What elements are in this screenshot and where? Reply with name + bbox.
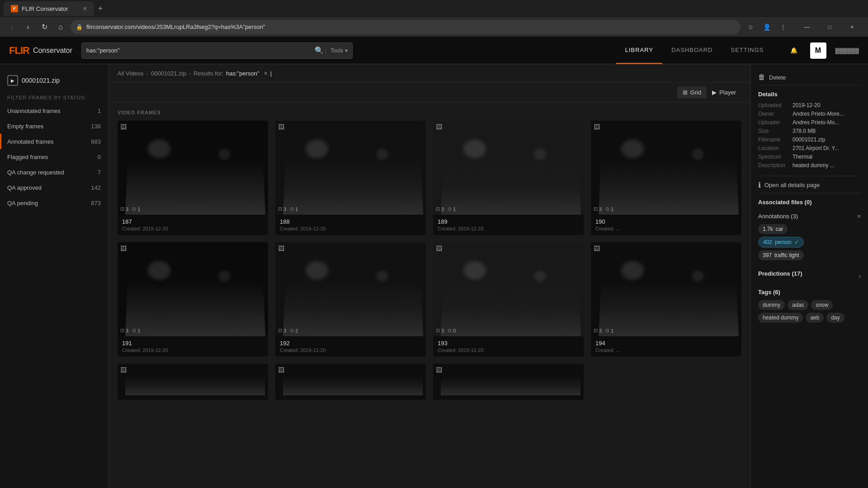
breadcrumb-clear-button[interactable]: × [264, 70, 268, 77]
new-tab-button[interactable]: + [94, 2, 107, 15]
brand-logo[interactable]: FLIR [9, 45, 29, 56]
sidebar-filter-empty[interactable]: Empty frames 138 [0, 118, 108, 134]
maximize-button[interactable]: □ [819, 20, 840, 34]
frame-overlay-icons: 🖼 [436, 366, 442, 374]
frame-badge-annotate-icon: ⊡ [278, 328, 282, 333]
frame-badge-annotate-icon: ⊡ [278, 206, 282, 212]
frame-badge-persons: ⊙ 1 [448, 206, 456, 212]
frame-card[interactable]: 🖼 ⊡ 3 ⊙ 1 188 Created: 2019-12-20 [275, 121, 426, 235]
user-avatar[interactable]: M [810, 42, 826, 59]
refresh-button[interactable]: ↻ [38, 21, 51, 33]
user-name: ▓▓▓▓▓▓ [835, 47, 859, 54]
home-button[interactable]: ⌂ [54, 21, 67, 33]
filter-qa-pending-count: 873 [87, 200, 101, 206]
frame-card-partial[interactable]: 🖼 [275, 364, 426, 400]
frame-badge-count1: 3 [599, 206, 602, 212]
breadcrumb-all-videos[interactable]: All Videos [118, 70, 144, 77]
location-value: 2701 Airport Dr. Y... [793, 145, 861, 151]
frame-badges: ⊡ 3 ⊙ 1 [594, 206, 613, 212]
description-value: heated dummy ... [793, 162, 861, 169]
frame-image-icon: 🖼 [120, 245, 127, 252]
frame-card[interactable]: 🖼 ⊡ 3 ⊙ 1 187 Created: 2019-12-20 [118, 121, 268, 235]
details-title: Details [758, 91, 861, 98]
annotation-person[interactable]: 402 person ✓ [758, 237, 804, 248]
detail-spectrum: Spectrum Thermal [758, 154, 861, 160]
tab-close-button[interactable]: × [83, 5, 87, 12]
frame-info: 188 Created: 2019-12-20 [275, 215, 426, 235]
tag-aeb[interactable]: aeb [806, 313, 824, 323]
breadcrumb-zip[interactable]: 00001021.zip [151, 70, 186, 77]
tools-button[interactable]: Tools ▾ [326, 47, 348, 54]
minimize-button[interactable]: — [797, 20, 817, 34]
player-label: Player [719, 89, 736, 96]
location-label: Location [758, 145, 790, 151]
frame-image-icon: 🖼 [594, 123, 600, 131]
search-button[interactable]: 🔍 [315, 46, 324, 55]
grid-label: Grid [690, 89, 702, 96]
address-text: flirconservator.com/videos/JS3MLrupLRa3f… [86, 23, 265, 30]
sidebar-filter-qa-change[interactable]: QA change requested 7 [0, 164, 108, 180]
frame-card[interactable]: 🖼 ⊡ 3 ⊙ 1 191 Created: 2019-12-20 [118, 242, 268, 357]
address-bar[interactable]: 🔒 flirconservator.com/videos/JS3MLrupLRa… [71, 20, 741, 34]
frame-number: 190 [595, 218, 737, 225]
filter-flagged-label: Flagged frames [7, 154, 87, 160]
frame-image-icon: 🖼 [120, 123, 127, 131]
active-tab[interactable]: F FLIR Conservator × [4, 1, 94, 16]
frame-thumbnail: 🖼 ⊡ 3 ⊙ 1 [433, 121, 584, 215]
sidebar-filter-qa-approved[interactable]: QA approved 142 [0, 180, 108, 195]
frame-badge-annotate-icon: ⊡ [120, 328, 124, 333]
annotations-sort-icon[interactable]: ≡ [857, 213, 861, 220]
frame-number: 194 [595, 340, 737, 347]
nav-settings[interactable]: SETTINGS [722, 37, 773, 64]
frame-image-icon: 🖼 [436, 366, 442, 374]
forward-button[interactable]: › [22, 21, 34, 33]
nav-dashboard[interactable]: DASHBOARD [662, 37, 722, 64]
open-details-action[interactable]: ℹ Open all details page [758, 176, 861, 193]
frame-badge-persons: ⊙ 2 [290, 328, 298, 333]
sidebar-filter-annotated[interactable]: Annotated frames 883 [0, 134, 108, 149]
frame-card-partial[interactable]: 🖼 [433, 364, 584, 400]
close-button[interactable]: × [842, 20, 863, 34]
sidebar-filter-flagged[interactable]: Flagged frames 0 [0, 149, 108, 164]
frame-card-partial[interactable]: 🖼 [118, 364, 268, 400]
tag-snow[interactable]: snow [811, 300, 833, 310]
frame-info: 194 Created: ... [591, 336, 741, 357]
frame-badge-persons: ⊙ 1 [132, 206, 140, 212]
tag-adas[interactable]: adas [788, 300, 808, 310]
filter-annotated-label: Annotated frames [7, 138, 87, 145]
frame-card[interactable]: 🖼 ⊡ 3 ⊙ 1 194 Created: ... [591, 242, 741, 357]
search-bar[interactable]: 🔍 Tools ▾ [81, 42, 353, 59]
filter-qa-change-count: 7 [87, 169, 101, 176]
breadcrumb-cursor: | [270, 70, 272, 77]
bookmark-button[interactable]: ☆ [744, 21, 757, 33]
detail-description: Description heated dummy ... [758, 162, 861, 169]
details-section: Details Uploaded 2019-12-20 Owner Andres… [758, 91, 861, 169]
tag-dummy[interactable]: dummy [758, 300, 785, 310]
profile-button[interactable]: 👤 [760, 21, 773, 33]
frame-card[interactable]: 🖼 ⊡ 3 ⊙ 2 192 Created: 2019-12-20 [275, 242, 426, 357]
frame-thumbnail: 🖼 ⊡ 3 ⊙ 1 [591, 121, 741, 215]
frames-container: VIDEO FRAMES 🖼 ⊡ 3 ⊙ 1 [108, 103, 750, 488]
tag-heated-dummy[interactable]: heated dummy [758, 313, 803, 323]
frame-badge-annotations: ⊡ 3 [436, 206, 444, 212]
frame-card[interactable]: 🖼 ⊡ 3 ⊙ 1 189 Created: 2019-12-20 [433, 121, 584, 235]
extensions-button[interactable]: ⋮ [777, 21, 789, 33]
frame-badge-annotations: ⊡ 3 [594, 328, 602, 333]
notification-icon[interactable]: 🔔 [787, 43, 801, 58]
sidebar-filter-qa-pending[interactable]: QA pending 873 [0, 195, 108, 211]
frame-card[interactable]: 🖼 ⊡ 3 ⊙ 1 190 Created: ... [591, 121, 741, 235]
predictions-chevron-icon[interactable]: › [859, 272, 861, 280]
sidebar-filter-unannotated[interactable]: Unannotated frames 1 [0, 103, 108, 118]
annotation-traffic[interactable]: 397 traffic light [758, 250, 804, 260]
grid-view-button[interactable]: ⊞ Grid [677, 86, 707, 99]
back-button[interactable]: ‹ [5, 21, 18, 33]
nav-library[interactable]: LIBRARY [616, 37, 662, 64]
search-input[interactable] [86, 47, 311, 54]
frame-badge-count2: 1 [453, 206, 456, 212]
player-view-button[interactable]: ▶ Player [707, 86, 741, 99]
frame-card[interactable]: 🖼 ⊡ 3 ⊙ 0 193 Created: 2019-12-20 [433, 242, 584, 357]
delete-action[interactable]: 🗑 Delete [758, 70, 861, 85]
tag-day[interactable]: day [826, 313, 844, 323]
annotation-car[interactable]: 1.7k car [758, 224, 788, 234]
sidebar-zip-item[interactable]: ▶ 00001021.zip [0, 71, 108, 89]
